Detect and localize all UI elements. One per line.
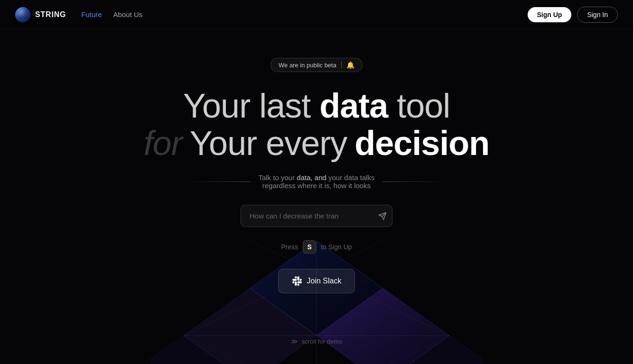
hero-line2: for Your every decision [144,125,490,162]
hero-line1-end: tool [388,87,450,125]
nav-link-future[interactable]: Future [81,9,102,20]
badge-divider [341,62,342,68]
send-icon [378,212,387,220]
subtitle-bold: data, and [297,173,326,182]
hero-for-word: for [144,125,182,162]
hero-line1: Your last data tool [144,87,490,125]
sign-in-button[interactable]: Sign In [577,7,618,23]
press-text-after: to Sign Up [321,243,352,251]
bell-icon: 🔔 [346,61,354,69]
svg-marker-6 [383,336,483,364]
search-submit-button[interactable] [378,212,387,220]
subtitle-part1: Talk to your [258,173,297,182]
press-hint: Press S to Sign Up [281,240,352,254]
hero-title: Your last data tool for Your every decis… [144,87,490,162]
search-wrapper [241,205,392,227]
subtitle-left-line [184,182,251,182]
subtitle-area: Talk to your data, and your data talksre… [184,173,448,190]
scroll-chevron-icon: ≫ [291,337,298,345]
logo[interactable]: STRING [15,7,66,22]
join-slack-button[interactable]: Join Slack [278,269,355,293]
nav-left: STRING Future About Us [15,7,142,22]
hero-your-every: Your every [190,125,347,162]
logo-icon [15,7,30,22]
search-input[interactable] [241,205,392,227]
logo-text: STRING [35,10,66,19]
beta-badge[interactable]: We are in public beta 🔔 [270,58,363,72]
key-badge-s: S [303,240,316,254]
scroll-hint[interactable]: ≫ scroll for demo [291,337,342,345]
press-text-before: Press [281,243,298,251]
beta-badge-text: We are in public beta [279,62,336,69]
subtitle-text: Talk to your data, and your data talksre… [258,173,374,190]
nav-link-about[interactable]: About Us [113,9,143,20]
svg-line-11 [184,336,383,364]
hero-decision-word: decision [354,125,489,162]
nav-right: Sign Up Sign In [528,7,618,23]
svg-marker-3 [184,288,316,364]
hero-line1-start: Your last [183,87,320,125]
svg-line-12 [250,336,449,364]
slack-icon [292,276,302,286]
nav-links: Future About Us [81,9,142,20]
join-slack-label: Join Slack [307,277,342,285]
sign-up-button[interactable]: Sign Up [528,7,572,22]
svg-marker-5 [150,336,250,364]
scroll-label: scroll for demo [302,338,342,345]
subtitle-right-line [382,182,449,182]
navbar: STRING Future About Us Sign Up Sign In [0,0,633,29]
svg-marker-4 [316,288,449,364]
hero-data-word: data [319,87,388,125]
main-content: We are in public beta 🔔 Your last data t… [0,29,633,364]
